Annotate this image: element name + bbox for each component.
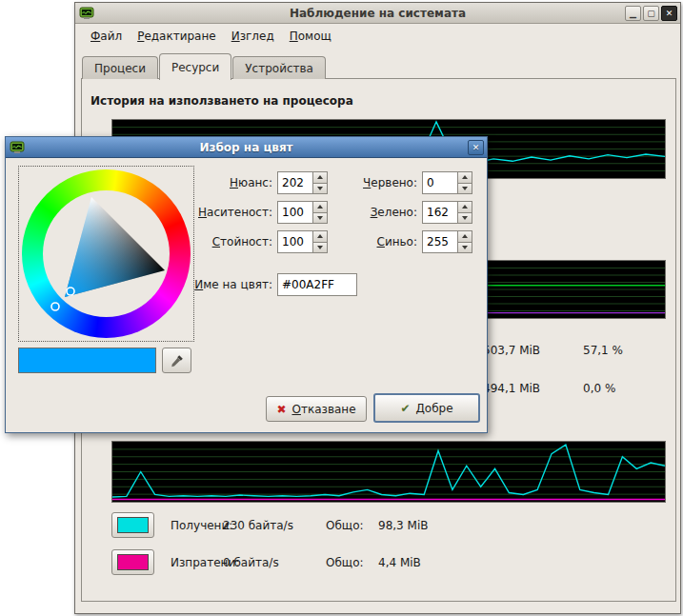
tab-devices[interactable]: Устройства	[232, 56, 326, 79]
sent-color	[117, 554, 149, 570]
green-down-button[interactable]	[457, 213, 472, 225]
menu-edit[interactable]: Редактиране	[130, 26, 224, 47]
blue-spinner	[422, 230, 472, 253]
window-title: Наблюдение на системата	[290, 7, 466, 20]
eyedropper-button[interactable]	[162, 348, 191, 373]
sent-rate: 0 байта/s	[223, 556, 279, 569]
saturation-input[interactable]	[277, 201, 312, 224]
green-up-button[interactable]	[457, 201, 472, 213]
ok-check-icon: ✔	[400, 402, 410, 415]
blue-down-button[interactable]	[457, 243, 472, 254]
tab-resources[interactable]: Ресурси	[159, 53, 231, 80]
swap-percent: 0,0 %	[583, 382, 615, 395]
main-titlebar[interactable]: Наблюдение на системата ▁ ▢ ✕	[75, 3, 680, 24]
hue-label: Нюанс:	[166, 176, 272, 189]
sent-total: 4,4 MiB	[378, 556, 421, 569]
received-total: 98,3 MiB	[378, 519, 428, 532]
color-picker-dialog: Избор на цвят ✕ Нюанс: Наситеност:	[5, 136, 488, 433]
red-label: Червено:	[311, 176, 417, 189]
blue-input[interactable]	[422, 230, 457, 253]
sent-total-label: Общо:	[326, 556, 364, 569]
color-name-label: Име на цвят:	[166, 278, 272, 291]
color-preview	[18, 348, 156, 373]
close-button[interactable]: ✕	[661, 6, 677, 21]
notebook-tabs: Процеси Ресурси Устройства	[82, 52, 327, 79]
value-input[interactable]	[277, 230, 312, 253]
red-input[interactable]	[422, 171, 457, 194]
dialog-close-button[interactable]: ✕	[468, 140, 484, 155]
network-history-chart	[111, 441, 666, 503]
memory-amount: 503,7 MiB	[483, 344, 540, 357]
cancel-button[interactable]: ✖ Отказване	[266, 396, 367, 422]
dialog-icon	[10, 140, 25, 155]
green-input[interactable]	[422, 201, 457, 224]
menubar: Файл Редактиране Изглед Помощ	[75, 24, 680, 49]
cpu-history-heading: История на използването на процесора	[90, 94, 353, 108]
blue-label: Синьо:	[311, 235, 417, 248]
swap-amount: 494,1 MiB	[483, 382, 540, 395]
red-up-button[interactable]	[457, 171, 472, 184]
sent-color-swatch-button[interactable]	[111, 549, 154, 575]
color-name-input[interactable]	[277, 273, 357, 296]
dialog-title: Избор на цвят	[199, 141, 292, 154]
red-spinner	[422, 171, 472, 194]
green-label: Зелено:	[311, 206, 417, 219]
saturation-label: Наситеност:	[166, 206, 272, 219]
minimize-button[interactable]: ▁	[625, 6, 641, 21]
menu-help[interactable]: Помощ	[282, 26, 339, 47]
blue-up-button[interactable]	[457, 230, 472, 243]
red-down-button[interactable]	[457, 184, 472, 195]
ok-button[interactable]: ✔ Добре	[373, 393, 480, 423]
value-label: Стойност:	[166, 235, 272, 248]
menu-file[interactable]: Файл	[83, 26, 130, 47]
received-rate: 230 байта/s	[223, 519, 293, 532]
received-color	[117, 517, 149, 533]
hue-marker[interactable]	[51, 303, 59, 310]
color-wheel[interactable]	[18, 166, 194, 342]
green-spinner	[422, 201, 472, 224]
dialog-titlebar[interactable]: Избор на цвят ✕	[6, 137, 487, 158]
received-color-swatch-button[interactable]	[111, 512, 154, 538]
cancel-label: Отказване	[291, 403, 355, 416]
tab-processes[interactable]: Процеси	[82, 56, 158, 79]
app-icon	[79, 6, 94, 21]
cancel-x-icon: ✖	[276, 403, 286, 416]
memory-percent: 57,1 %	[583, 344, 623, 357]
menu-view[interactable]: Изглед	[224, 26, 282, 47]
saturation-value-triangle[interactable]	[19, 167, 195, 343]
maximize-button[interactable]: ▢	[643, 6, 659, 21]
received-total-label: Общо:	[326, 519, 364, 532]
ok-label: Добре	[415, 402, 452, 415]
hue-input[interactable]	[277, 171, 312, 194]
eyedropper-icon	[170, 353, 185, 368]
